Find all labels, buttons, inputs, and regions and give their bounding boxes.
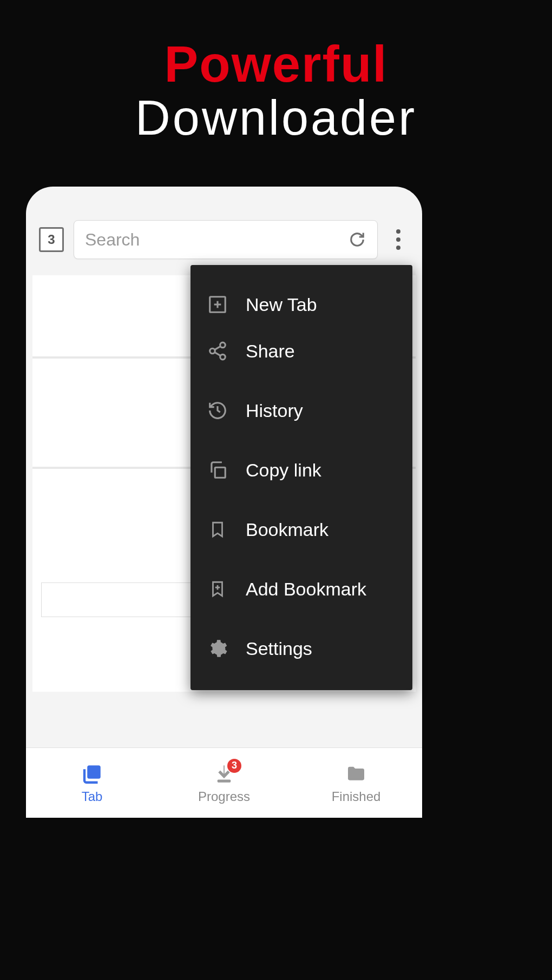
menu-label: New Tab	[246, 294, 317, 315]
menu-item-bookmark[interactable]: Bookmark	[190, 506, 412, 553]
tab-count-value: 3	[48, 232, 55, 247]
menu-item-new-tab[interactable]: New Tab	[190, 281, 412, 328]
svg-rect-12	[218, 779, 231, 782]
svg-rect-11	[87, 765, 101, 779]
more-dot	[396, 246, 400, 250]
progress-badge: 3	[227, 759, 241, 773]
tab-count-button[interactable]: 3	[39, 227, 64, 252]
search-placeholder: Search	[85, 230, 348, 250]
plus-box-icon	[207, 294, 228, 315]
menu-item-add-bookmark[interactable]: Add Bookmark	[190, 566, 412, 612]
hero-line1: Powerful	[0, 35, 552, 94]
top-bar: 3 Search	[26, 187, 422, 259]
menu-item-history[interactable]: History	[190, 387, 412, 434]
more-menu-button[interactable]	[387, 227, 409, 253]
download-icon: 3	[212, 762, 236, 786]
overflow-menu: New Tab Share History	[190, 265, 412, 690]
nav-item-tab[interactable]: Tab	[26, 748, 158, 818]
refresh-icon[interactable]	[348, 230, 366, 249]
settings-icon	[207, 638, 228, 659]
svg-rect-8	[215, 467, 225, 478]
history-icon	[207, 400, 228, 421]
nav-item-finished[interactable]: Finished	[290, 748, 422, 818]
svg-line-7	[215, 352, 221, 355]
menu-item-settings[interactable]: Settings	[190, 625, 412, 672]
share-icon	[207, 340, 228, 362]
tab-icon	[80, 762, 104, 786]
add-bookmark-icon	[207, 578, 228, 600]
nav-label: Progress	[198, 789, 250, 804]
bottom-nav: Tab 3 Progress Finished	[26, 747, 422, 818]
menu-item-copy-link[interactable]: Copy link	[190, 447, 412, 493]
menu-label: Add Bookmark	[246, 579, 366, 600]
svg-line-6	[215, 346, 221, 349]
menu-label: Share	[246, 341, 295, 362]
menu-label: Settings	[246, 638, 312, 659]
hero-line2: Downloader	[0, 90, 552, 146]
nav-label: Finished	[332, 789, 381, 804]
menu-label: Copy link	[246, 460, 321, 481]
search-input[interactable]: Search	[74, 220, 378, 259]
more-dot	[396, 229, 400, 234]
more-dot	[396, 237, 400, 242]
menu-label: History	[246, 400, 303, 421]
folder-icon	[344, 762, 368, 786]
menu-item-share[interactable]: Share	[190, 328, 412, 374]
svg-point-5	[220, 354, 226, 360]
hero-title: Powerful Downloader	[0, 0, 552, 146]
svg-point-3	[220, 342, 226, 348]
menu-label: Bookmark	[246, 519, 328, 540]
bookmark-icon	[207, 519, 228, 540]
svg-point-4	[210, 348, 215, 354]
nav-label: Tab	[82, 789, 103, 804]
nav-item-progress[interactable]: 3 Progress	[158, 748, 290, 818]
copy-icon	[207, 459, 228, 481]
